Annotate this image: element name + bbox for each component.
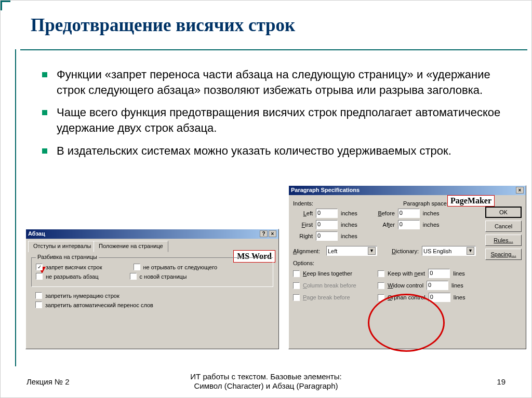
dictionary-select[interactable]: US English▼ xyxy=(422,246,476,256)
horizontal-rule xyxy=(20,49,527,50)
chk-keep-with-next[interactable] xyxy=(378,270,384,277)
bullet-item: Функции «запрет переноса части абзаца на… xyxy=(42,67,511,98)
pagemaker-dialog: Paragraph Specifications × PageMaker OK … xyxy=(288,185,526,349)
indent-left-input[interactable]: 0 xyxy=(316,209,338,218)
indent-right-input[interactable]: 0 xyxy=(316,231,338,241)
space-after-input[interactable]: 0 xyxy=(398,220,420,229)
dictionary-label: Dictionary: xyxy=(392,248,419,254)
pspace-heading: Paragraph space: xyxy=(403,200,448,207)
chk-keep-next[interactable]: не отрывать от следующего xyxy=(134,264,217,270)
options-heading: Options: xyxy=(293,260,522,266)
second-group: запретить нумерацию строк запретить авто… xyxy=(31,292,273,315)
keep-next-lines-input[interactable]: 0 xyxy=(428,269,450,278)
bullet-item: Чаще всего функция предотвращения висячи… xyxy=(42,105,511,135)
footer-page-number: 19 xyxy=(497,377,506,386)
close-icon[interactable]: × xyxy=(516,187,524,194)
footer-center: ИТ работы с текстом. Базовые элементы: С… xyxy=(1,372,531,392)
chk-new-page[interactable]: с новой страницы xyxy=(130,273,187,280)
pm-titlebar: Paragraph Specifications × xyxy=(289,186,526,195)
slide-body: Функции «запрет переноса части абзаца на… xyxy=(42,67,511,166)
cancel-button[interactable]: Cancel xyxy=(485,221,522,232)
chk-column-break[interactable] xyxy=(293,282,300,289)
chk-no-hyph[interactable]: запретить автоматический перенос слов xyxy=(35,301,153,308)
chk-keep-together[interactable]: не разрывать абзац xyxy=(36,273,99,280)
vertical-rule xyxy=(15,49,16,366)
space-before-input[interactable]: 0 xyxy=(398,209,420,218)
red-ellipse-annotation xyxy=(368,294,445,352)
alignment-select[interactable]: Left▼ xyxy=(326,246,377,256)
chk-page-break[interactable] xyxy=(293,294,300,301)
corner-ornament xyxy=(1,1,10,10)
msword-tabs: Отступы и интервалы Положение на страниц… xyxy=(26,240,278,252)
spacing-button[interactable]: Spacing... xyxy=(485,249,522,260)
slide-footer: Лекция № 2 ИТ работы с текстом. Базовые … xyxy=(1,372,531,392)
msword-titlebar: Абзац ? × xyxy=(26,229,278,239)
rules-button[interactable]: Rules... xyxy=(485,235,522,246)
pm-window-title: Paragraph Specifications xyxy=(291,187,360,194)
indents-heading: Indents: xyxy=(293,200,319,207)
chk-widow-control[interactable] xyxy=(378,282,384,289)
pagemaker-callout-label: PageMaker xyxy=(447,195,495,207)
tab-position[interactable]: Положение на странице xyxy=(94,241,168,252)
pagination-group: Разбивка на страницы ✓запрет висячих стр… xyxy=(31,257,273,287)
widow-lines-input[interactable]: 0 xyxy=(427,281,448,290)
msword-window-title: Абзац xyxy=(28,230,45,238)
chk-widow[interactable]: ✓запрет висячих строк xyxy=(36,264,102,270)
tab-indents[interactable]: Отступы и интервалы xyxy=(28,241,96,252)
help-icon[interactable]: ? xyxy=(260,230,268,237)
ok-button[interactable]: OK xyxy=(485,207,522,218)
chk-keep-lines[interactable] xyxy=(293,270,300,277)
msword-dialog: Абзац ? × Отступы и интервалы Положение … xyxy=(25,229,279,349)
slide-title: Предотвращение висячих строк xyxy=(31,15,295,36)
footer-left: Лекция № 2 xyxy=(26,377,70,386)
close-icon[interactable]: × xyxy=(269,230,276,237)
chevron-down-icon: ▼ xyxy=(368,247,376,255)
chk-orphan-control[interactable] xyxy=(378,294,384,301)
indent-first-input[interactable]: 0 xyxy=(316,220,338,229)
alignment-label: Alignment: xyxy=(293,248,323,254)
chevron-down-icon: ▼ xyxy=(467,247,474,255)
chk-no-num[interactable]: запретить нумерацию строк xyxy=(35,292,119,299)
group-label: Разбивка на страницы xyxy=(36,254,99,260)
orphan-lines-input[interactable]: 0 xyxy=(429,293,450,302)
bullet-item: В издательских системах можно указать ко… xyxy=(42,143,511,159)
pm-button-column: OK Cancel Rules... Spacing... xyxy=(485,207,522,260)
